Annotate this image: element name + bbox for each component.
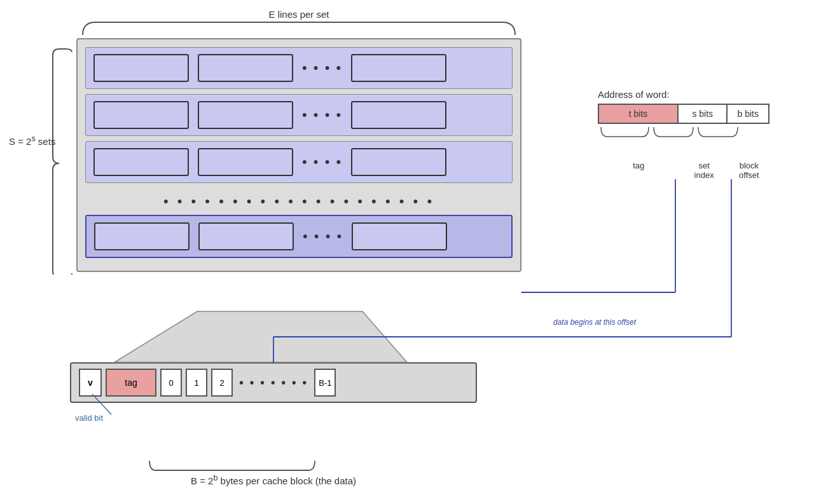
address-bits-row: t bits s bits b bits <box>598 104 769 124</box>
cache-line-container: v tag 0 1 2 • • • • • • • B-1 <box>70 362 477 403</box>
cache-block-1c <box>351 54 446 82</box>
cache-block-3c <box>351 148 446 176</box>
cache-block-1a <box>93 54 189 82</box>
byte-0-cell: 0 <box>160 369 182 397</box>
b-bits-cell: b bits <box>728 105 768 123</box>
s-bits-cell: s bits <box>679 105 728 123</box>
dots-h-3: • • • • <box>302 154 342 170</box>
cache-block-3b <box>198 148 293 176</box>
tag-label: tag <box>598 161 680 180</box>
b-bytes-label: B = 2b bytes per cache block (the data) <box>70 473 477 486</box>
cache-block-2c <box>351 101 446 129</box>
address-of-word-label: Address of word: <box>598 89 782 100</box>
svg-marker-0 <box>114 311 407 362</box>
dots-vertical: • • • • • • • • • • • • • • • • • • • • <box>85 188 513 215</box>
cache-line-box: v tag 0 1 2 • • • • • • • B-1 <box>70 362 477 403</box>
cache-block-lb <box>198 222 294 250</box>
addr-labels-row: tag setindex blockoffset <box>598 161 769 180</box>
byte-1-cell: 1 <box>186 369 207 397</box>
cache-block-3a <box>93 148 189 176</box>
dots-h-2: • • • • <box>302 107 342 123</box>
valid-bit-cell: v <box>79 369 102 397</box>
s-sets-label: S = 2s sets <box>9 133 55 148</box>
cache-block-lc <box>352 222 447 250</box>
block-offset-label: blockoffset <box>729 161 769 180</box>
address-box: Address of word: t bits s bits b bits ta… <box>598 89 782 180</box>
tag-cell: tag <box>106 369 156 397</box>
cache-line-dots: • • • • • • • <box>237 376 310 390</box>
cache-block-la <box>94 222 190 250</box>
dots-h-last: • • • • <box>303 228 343 245</box>
cache-set-last: • • • • <box>85 215 513 258</box>
dots-h-1: • • • • <box>302 60 342 76</box>
data-offset-note: data begins at this offset <box>553 318 636 327</box>
cache-set-3: • • • • <box>85 141 513 183</box>
cache-block-2b <box>198 101 293 129</box>
t-bits-cell: t bits <box>599 105 679 123</box>
diagram-container: E lines per set • • • • • • • • • • • • <box>0 0 828 504</box>
valid-bit-label: valid bit <box>75 413 103 423</box>
brace-left <box>50 46 75 275</box>
byte-2-cell: 2 <box>211 369 233 397</box>
cache-set-2: • • • • <box>85 94 513 136</box>
address-braces <box>598 124 769 156</box>
byte-last-cell: B-1 <box>314 369 336 397</box>
cache-set-1: • • • • <box>85 47 513 89</box>
brace-top <box>76 19 521 38</box>
cache-outer: • • • • • • • • • • • • • • • • • • • • … <box>76 38 521 272</box>
e-lines-label: E lines per set <box>76 9 521 20</box>
set-index-label: setindex <box>680 161 729 180</box>
cache-block-1b <box>198 54 293 82</box>
cache-block-2a <box>93 101 189 129</box>
